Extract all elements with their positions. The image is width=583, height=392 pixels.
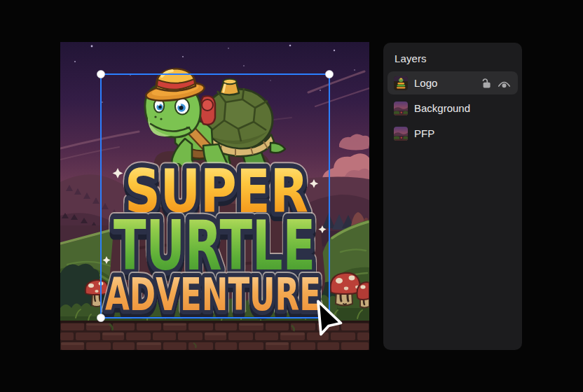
logo-text: SUPER SUPER SUPER TURTLE TURTLE TURTLE A…	[105, 157, 321, 325]
logo-word-adventure: ADVENTURE ADVENTURE ADVENTURE	[105, 269, 321, 325]
layer-name: PFP	[414, 127, 512, 139]
unlock-icon[interactable]	[482, 78, 491, 88]
layers-panel: Layers Logo	[383, 43, 522, 350]
layer-row-pfp[interactable]: PFP	[387, 122, 518, 145]
layer-list: Logo	[383, 71, 522, 145]
layer-thumbnail-logo	[394, 76, 408, 90]
layer-name: Logo	[414, 77, 482, 89]
layers-panel-title: Layers	[383, 43, 522, 71]
layer-row-icons	[482, 78, 511, 88]
layer-row-logo[interactable]: Logo	[387, 71, 518, 94]
layer-thumbnail-background	[394, 102, 408, 115]
logo-artwork-image: SUPER SUPER SUPER TURTLE TURTLE TURTLE A…	[60, 42, 369, 350]
layer-name: Background	[414, 102, 512, 114]
layer-row-background[interactable]: Background	[387, 97, 518, 120]
brick-wall	[60, 321, 369, 350]
svg-text:ADVENTURE: ADVENTURE	[105, 269, 321, 321]
visibility-eye-icon[interactable]	[498, 78, 511, 88]
canvas-artboard[interactable]: SUPER SUPER SUPER TURTLE TURTLE TURTLE A…	[60, 42, 369, 350]
layer-thumbnail-pfp	[394, 127, 408, 141]
app-window: { "canvas": { "logo": { "line1": "SUPER"…	[0, 0, 583, 392]
